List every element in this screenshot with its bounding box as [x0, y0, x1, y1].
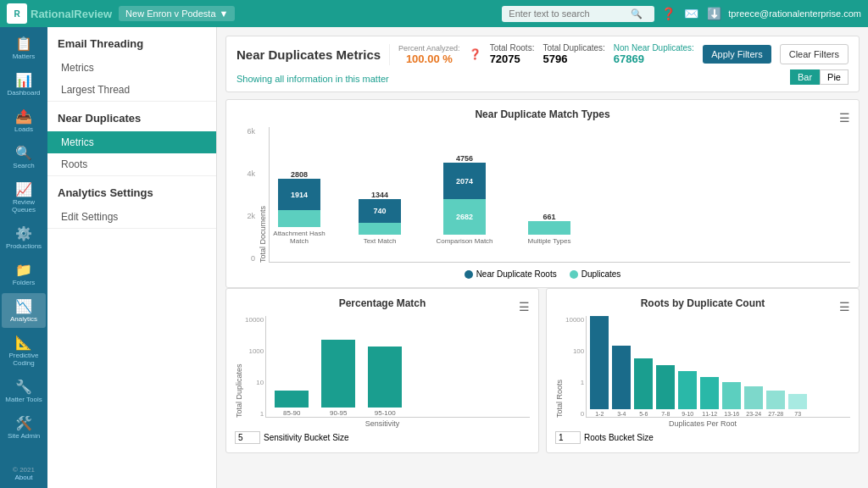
sidebar-section-email-threading: Email Threading Metrics Largest Thread [47, 27, 216, 102]
bottom-charts: Percentage Match ☰ Total Duplicates 1000… [225, 288, 860, 453]
user-label: tpreece@rationalenterprise.com [728, 8, 861, 19]
sidebar-section-title-email: Email Threading [47, 27, 216, 57]
search-input[interactable] [509, 8, 627, 19]
sidebar-item-email-metrics[interactable]: Metrics [47, 57, 216, 79]
nav-item-predictive[interactable]: 📐 Predictive Coding [2, 330, 46, 372]
nav-item-dashboard[interactable]: 📊 Dashboard [2, 67, 46, 102]
chart2-menu-icon[interactable]: ☰ [519, 300, 530, 313]
pie-view-button[interactable]: Pie [820, 69, 849, 85]
chart3-title: Roots by Duplicate Count [629, 297, 776, 309]
bar-95-100: 95-100 [368, 347, 402, 417]
sidebar-section-title-analytics: Analytics Settings [47, 176, 216, 206]
logo-icon: R [7, 3, 27, 24]
sidebar-section-analytics-settings: Analytics Settings Edit Settings [47, 176, 216, 229]
chart1-y-axis: 6k 4k 2k 0 [235, 127, 259, 263]
sidebar-item-largest-thread[interactable]: Largest Thread [47, 79, 216, 101]
chart2-title: Percentage Match [309, 297, 456, 309]
chart3-x-label: Duplicates Per Root [555, 419, 850, 428]
nav-item-matter-tools[interactable]: 🔧 Matter Tools [2, 374, 46, 408]
app-container: R RationalReview New Enron v Podesta ▼ 🔍… [0, 0, 868, 488]
nav-item-matters[interactable]: 📋 Matters [2, 30, 46, 65]
nav-item-analytics[interactable]: 📉 Analytics [2, 293, 46, 328]
sidebar-item-near-dup-metrics[interactable]: Metrics [47, 131, 216, 153]
footer-year: © 2021 About [9, 463, 38, 485]
dashboard-icon: 📊 [15, 72, 32, 88]
nav-item-loads[interactable]: 📤 Loads [2, 103, 46, 138]
download-icon[interactable]: ⬇️ [707, 7, 721, 20]
bar-comparison-match: 4756 2074 2682 Comparison Match [431, 154, 498, 245]
help-icon[interactable]: ❓ [661, 7, 676, 20]
help-circle-icon: ❓ [469, 48, 481, 60]
chart2-x-label: Sensitivity [235, 419, 530, 428]
bar-13-16 [722, 382, 741, 409]
chart3-footer: Roots Bucket Size [555, 431, 850, 444]
page-title: Near Duplicates Metrics [236, 47, 381, 62]
bar-7-8 [656, 365, 675, 409]
bar-multiple-types: 661 Multiple Types [524, 213, 575, 245]
percentage-match-chart: Percentage Match ☰ Total Duplicates 1000… [225, 288, 539, 453]
logo-text: RationalReview [31, 8, 112, 20]
bar-11-12 [700, 377, 719, 409]
sidebar-section-near-dups: Near Duplicates Metrics Roots [47, 102, 216, 176]
total-roots-stat: Total Roots: 72075 [490, 43, 535, 65]
top-bar: R RationalReview New Enron v Podesta ▼ 🔍… [0, 0, 868, 27]
apply-filters-button[interactable]: Apply Filters [703, 45, 771, 64]
chart1-area: 6k 4k 2k 0 Total Documents 2808 1914 [235, 127, 850, 263]
main-area: 📋 Matters 📊 Dashboard 📤 Loads 🔍 Search 📈… [0, 27, 868, 488]
nav-item-folders[interactable]: 📁 Folders [2, 257, 46, 291]
nav-item-review[interactable]: 📈 Review Queues [2, 176, 46, 219]
chart3-y-axis: 10000 100 1 0 [565, 316, 586, 418]
site-admin-icon: 🛠️ [15, 415, 32, 431]
bar-85-90: 85-90 [275, 391, 309, 417]
chart2-footer: Sensitivity Bucket Size [235, 431, 530, 444]
sidebar-item-roots[interactable]: Roots [47, 153, 216, 175]
bar-27-28 [766, 391, 785, 409]
chart1-title: Near Duplicate Match Types [389, 108, 697, 120]
search-nav-icon: 🔍 [15, 145, 32, 161]
roots-bucket-input[interactable] [555, 431, 581, 444]
legend-roots-label: Near Duplicate Roots [476, 269, 557, 279]
chart1-legend: Near Duplicate Roots Duplicates [235, 269, 850, 279]
clear-filters-button[interactable]: Clear Filters [780, 44, 849, 64]
view-toggle: Bar Pie [790, 69, 849, 85]
bar-5-6 [634, 358, 653, 409]
nav-item-productions[interactable]: ⚙️ Productions [2, 220, 46, 255]
bar-73 [788, 394, 807, 409]
content-header: Near Duplicates Metrics Percent Analyzed… [225, 36, 860, 92]
showing-text: Showing all information in this matter [236, 74, 389, 84]
logo-area: R RationalReview [7, 3, 112, 24]
loads-icon: 📤 [15, 108, 32, 125]
chart1-y-label: Total Documents [259, 127, 267, 263]
matter-tools-icon: 🔧 [15, 379, 32, 395]
left-nav: 📋 Matters 📊 Dashboard 📤 Loads 🔍 Search 📈… [0, 27, 47, 488]
bar-23-24 [744, 386, 763, 409]
chart3-y-label: Total Roots [555, 316, 564, 418]
search-icon: 🔍 [631, 8, 643, 19]
productions-icon: ⚙️ [15, 225, 32, 241]
sensitivity-bucket-input[interactable] [235, 431, 260, 444]
nav-item-search[interactable]: 🔍 Search [2, 140, 46, 175]
legend-roots-dot [465, 270, 473, 279]
chart3-bars: 1-2 3-4 5-6 [586, 316, 850, 418]
bar-view-button[interactable]: Bar [790, 69, 820, 85]
chart3-menu-icon[interactable]: ☰ [839, 300, 850, 313]
mail-icon[interactable]: ✉️ [684, 7, 698, 20]
chart2-y-axis: 10000 1000 10 1 [245, 316, 265, 418]
main-content: Near Duplicates Metrics Percent Analyzed… [217, 27, 868, 488]
sidebar-item-edit-settings[interactable]: Edit Settings [47, 206, 216, 228]
matter-selector[interactable]: New Enron v Podesta ▼ [119, 6, 235, 21]
bar-9-10 [678, 371, 697, 409]
chart2-y-label: Total Duplicates [235, 316, 243, 418]
bar-90-95: 90-95 [321, 340, 355, 417]
legend-dups-label: Duplicates [581, 269, 621, 279]
chart1-bars: 2808 1914 Attachment Hash Match 1344 [269, 127, 850, 263]
near-dup-match-types-chart: Near Duplicate Match Types ☰ 6k 4k 2k 0 … [225, 99, 860, 288]
bar-attachment-hash: 2808 1914 Attachment Hash Match [270, 170, 329, 245]
nav-item-site-admin[interactable]: 🛠️ Site Admin [2, 410, 46, 445]
top-icons: ❓ ✉️ ⬇️ [661, 7, 721, 20]
predictive-icon: 📐 [15, 335, 32, 351]
chart1-menu-icon[interactable]: ☰ [839, 111, 850, 125]
roots-by-dup-count-chart: Roots by Duplicate Count ☰ Total Roots 1… [546, 288, 860, 453]
analytics-icon: 📉 [15, 298, 32, 314]
review-icon: 📈 [15, 181, 32, 197]
